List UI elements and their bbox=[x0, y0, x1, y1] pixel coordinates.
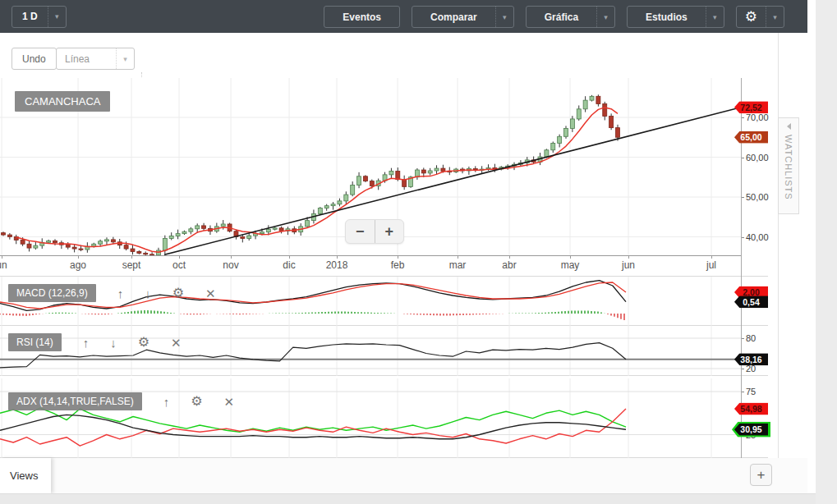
x-axis: unagoseptoctnovdic2018febmarabrmayjunjul bbox=[0, 255, 768, 277]
x-axis-label: may bbox=[561, 259, 580, 271]
x-axis-label: dic bbox=[283, 259, 295, 271]
watchlists-tab-label[interactable]: WATCHLISTS bbox=[784, 135, 793, 200]
panel-divider bbox=[778, 33, 779, 493]
macd-panel[interactable]: MACD (12,26,9) ↑ ↓ ⚙ ✕ 2,000,54 bbox=[0, 277, 768, 326]
gear-icon[interactable]: ⚙ bbox=[138, 336, 149, 349]
x-axis-tick bbox=[458, 255, 458, 259]
adx-panel[interactable]: ADX (14,14,TRUE,FALSE) ↑ ⚙ ✕ 752554,9830… bbox=[0, 378, 768, 458]
chart-application: 1 D ▾ Eventos Comparar ▾ Gráfica ▾ Estud… bbox=[0, 0, 837, 504]
symbol-tag: CAMANCHACA bbox=[15, 91, 110, 112]
x-axis-tick bbox=[337, 255, 338, 259]
price-badge: 30,95 bbox=[734, 424, 768, 436]
x-axis-label: nov bbox=[223, 259, 238, 271]
add-panel-button[interactable]: + bbox=[750, 464, 772, 486]
x-axis-label: feb bbox=[391, 259, 405, 271]
x-axis-tick bbox=[711, 255, 712, 259]
move-up-icon[interactable]: ↑ bbox=[117, 287, 124, 300]
compare-button[interactable]: Comparar ▾ bbox=[412, 6, 514, 28]
watchlists-tab[interactable]: WATCHLISTS bbox=[778, 117, 799, 214]
gear-icon[interactable]: ⚙ bbox=[191, 395, 202, 408]
x-axis-label: sept bbox=[122, 259, 141, 271]
settings-button[interactable]: ⚙ ▾ bbox=[736, 6, 784, 28]
price-badge: 54,98 bbox=[734, 403, 768, 415]
chevron-down-icon[interactable]: ▾ bbox=[116, 48, 134, 69]
events-button[interactable]: Eventos bbox=[324, 6, 400, 28]
price-badge: 72,52 bbox=[734, 101, 768, 113]
chart-type-button-label[interactable]: Gráfica bbox=[527, 7, 596, 27]
x-axis-label: un bbox=[0, 259, 7, 271]
rsi-label: RSI (14) bbox=[8, 333, 62, 351]
studies-button[interactable]: Estudios ▾ bbox=[627, 6, 724, 28]
adx-chart[interactable] bbox=[0, 378, 741, 458]
zoom-in-button[interactable]: + bbox=[375, 220, 404, 243]
chevron-down-icon[interactable]: ▾ bbox=[596, 7, 614, 27]
x-axis-label: ago bbox=[70, 259, 86, 271]
adx-label: ADX (14,14,TRUE,FALSE) bbox=[8, 392, 142, 410]
views-tab[interactable]: Views bbox=[0, 458, 51, 493]
x-axis-label: mar bbox=[449, 259, 467, 271]
top-toolbar: 1 D ▾ Eventos Comparar ▾ Gráfica ▾ Estud… bbox=[0, 0, 807, 33]
price-panel[interactable]: CAMANCHACA − + 70,0060,0050,0040,0072,52… bbox=[0, 78, 768, 255]
x-axis-label: jun bbox=[622, 259, 635, 271]
y-axis-label: 80 bbox=[746, 333, 756, 343]
rsi-panel[interactable]: RSI (14) ↑ ↓ ⚙ ✕ 802038,16 bbox=[0, 326, 768, 376]
x-axis-tick bbox=[131, 255, 132, 259]
x-axis-tick bbox=[398, 255, 398, 259]
chevron-down-icon[interactable]: ▾ bbox=[48, 7, 66, 27]
undo-button[interactable]: Undo bbox=[11, 48, 57, 70]
draw-tool-select[interactable]: Línea ▾ bbox=[56, 48, 135, 70]
x-axis-label: abr bbox=[502, 259, 516, 271]
y-axis-label: 70,00 bbox=[746, 112, 769, 122]
bottom-tab-bar: Views + bbox=[0, 458, 807, 493]
draw-tool-value[interactable]: Línea bbox=[57, 48, 116, 69]
zoom-out-button[interactable]: − bbox=[346, 220, 375, 243]
x-axis-tick bbox=[231, 255, 232, 259]
chevron-down-icon[interactable]: ▾ bbox=[766, 7, 784, 27]
x-axis-tick bbox=[628, 255, 629, 259]
y-axis-label: 50,00 bbox=[746, 192, 769, 202]
move-up-icon[interactable]: ↑ bbox=[163, 396, 170, 408]
timeframe-value[interactable]: 1 D bbox=[12, 7, 48, 27]
x-axis-tick bbox=[2, 255, 2, 259]
studies-button-label[interactable]: Estudios bbox=[628, 7, 706, 27]
price-badge: 65,00 bbox=[734, 131, 768, 144]
x-axis-tick bbox=[78, 255, 79, 259]
timeframe-select[interactable]: 1 D ▾ bbox=[11, 6, 67, 28]
y-axis-label: 60,00 bbox=[746, 153, 769, 163]
drawing-toolbar: Undo Línea ▾ LÍNEA: ▾ O: 38,00 H: 38,00 … bbox=[0, 33, 807, 78]
x-axis-tick bbox=[179, 255, 180, 259]
close-icon[interactable]: ✕ bbox=[171, 337, 182, 349]
x-axis-line bbox=[0, 255, 741, 256]
events-button-label[interactable]: Eventos bbox=[324, 7, 399, 27]
close-icon[interactable]: ✕ bbox=[205, 287, 216, 300]
price-badge: 0,54 bbox=[734, 296, 768, 308]
price-badge: 38,16 bbox=[734, 353, 768, 365]
y-axis-label: 75 bbox=[746, 387, 756, 396]
collapse-left-icon[interactable] bbox=[787, 123, 791, 130]
x-axis-tick bbox=[289, 255, 290, 259]
page-edge bbox=[816, 0, 837, 504]
chevron-down-icon[interactable]: ▾ bbox=[495, 7, 513, 27]
bottom-strip bbox=[0, 493, 837, 504]
chart-type-button[interactable]: Gráfica ▾ bbox=[526, 6, 615, 28]
macd-label: MACD (12,26,9) bbox=[8, 284, 96, 302]
chevron-down-icon[interactable]: ▾ bbox=[706, 7, 724, 27]
gear-icon[interactable]: ⚙ bbox=[172, 286, 184, 300]
gear-icon[interactable]: ⚙ bbox=[737, 7, 766, 27]
move-up-icon[interactable]: ↑ bbox=[83, 337, 90, 349]
x-axis-label: oct bbox=[172, 259, 186, 271]
close-icon[interactable]: ✕ bbox=[224, 396, 235, 408]
move-down-icon[interactable]: ↓ bbox=[110, 337, 117, 349]
move-down-icon[interactable]: ↓ bbox=[145, 287, 151, 300]
x-axis-label: 2018 bbox=[326, 259, 348, 271]
compare-button-label[interactable]: Comparar bbox=[412, 7, 495, 27]
x-axis-tick bbox=[509, 255, 510, 259]
x-axis-tick bbox=[570, 255, 571, 259]
chart-area: CAMANCHACA − + 70,0060,0050,0040,0072,52… bbox=[0, 78, 768, 458]
x-axis-label: jul bbox=[706, 259, 716, 271]
y-axis-label: 40,00 bbox=[746, 232, 769, 242]
zoom-controls[interactable]: − + bbox=[345, 219, 404, 244]
